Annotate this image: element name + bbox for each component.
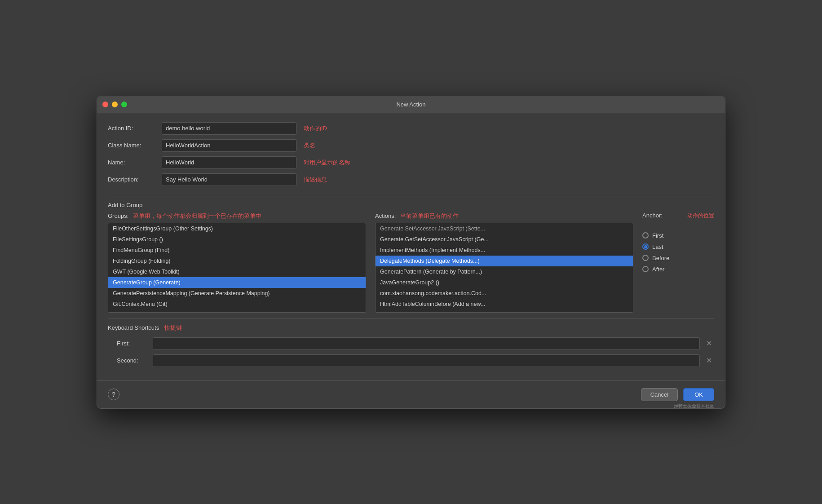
- groups-list[interactable]: FileOtherSettingsGroup (Other Settings) …: [108, 223, 366, 313]
- list-item[interactable]: FindMenuGroup (Find): [108, 245, 366, 256]
- name-input-wrap: 对用户显示的名称: [162, 156, 714, 169]
- list-item[interactable]: Generate.GetSetAccessor.JavaScript (Ge..…: [376, 234, 633, 245]
- list-item[interactable]: com.xiaohansong.codemaker.action.Cod...: [376, 288, 633, 299]
- main-window: New Action Action ID: 动作的ID Class Name: …: [97, 96, 725, 409]
- name-row: Name: 对用户显示的名称: [108, 156, 714, 169]
- second-shortcut-row: Second: ✕: [108, 354, 714, 367]
- class-name-row: Class Name: 类名: [108, 139, 714, 152]
- description-input[interactable]: [162, 173, 296, 186]
- help-icon: ?: [112, 391, 115, 398]
- second-shortcut-clear-button[interactable]: ✕: [703, 355, 714, 366]
- titlebar: New Action: [97, 96, 725, 113]
- groups-actions-anchor-row: Groups: 菜单组，每个动作都会归属到一个已存在的菜单中 FileOther…: [108, 212, 714, 313]
- groups-annotation: 菜单组，每个动作都会归属到一个已存在的菜单中: [133, 212, 261, 220]
- radio-after-circle: [642, 266, 649, 272]
- anchor-position-annotation: 动作的位置: [687, 212, 714, 220]
- titlebar-buttons: [102, 102, 127, 107]
- description-row: Description: 描述信息: [108, 173, 714, 186]
- groups-column: Groups: 菜单组，每个动作都会归属到一个已存在的菜单中 FileOther…: [108, 212, 366, 313]
- list-item[interactable]: ImplementMethods (Implement Methods...: [376, 245, 633, 256]
- help-button[interactable]: ?: [108, 389, 119, 400]
- class-name-annotation: 类名: [304, 141, 315, 150]
- list-item[interactable]: GeneratePersistenceMapping (Generate Per…: [108, 288, 366, 299]
- add-to-group-label: Add to Group: [108, 202, 714, 208]
- content-area: Action ID: 动作的ID Class Name: 类名 Name:: [97, 113, 725, 380]
- close-button[interactable]: [102, 102, 108, 107]
- name-annotation: 对用户显示的名称: [304, 159, 350, 167]
- list-item[interactable]: GeneratePattern (Generate by Pattern...): [376, 266, 633, 277]
- radio-before-circle: [642, 255, 649, 261]
- first-shortcut-clear-button[interactable]: ✕: [703, 338, 714, 349]
- groups-label: Groups:: [108, 212, 128, 219]
- description-label: Description:: [108, 176, 162, 183]
- radio-after[interactable]: After: [642, 266, 714, 273]
- footer-buttons: Cancel OK @稀土掘金技术社区: [641, 388, 714, 401]
- action-id-row: Action ID: 动作的ID: [108, 122, 714, 135]
- ok-button[interactable]: OK: [683, 388, 714, 401]
- list-item[interactable]: Git.FileHistory.ContextMenu (): [108, 309, 366, 313]
- second-shortcut-label: Second:: [117, 357, 153, 364]
- actions-label: Actions:: [375, 212, 396, 219]
- list-item[interactable]: FoldingGroup (Folding): [108, 256, 366, 266]
- keyboard-shortcuts-section: Keyboard Shortcuts 快捷键 First: ✕ Second: …: [108, 324, 714, 367]
- keyboard-annotation: 快捷键: [164, 324, 182, 332]
- keyboard-header: Keyboard Shortcuts 快捷键: [108, 324, 714, 332]
- list-item[interactable]: HtmlAddTableColumnBefore (Add a new...: [376, 299, 633, 309]
- first-shortcut-row: First: ✕: [108, 337, 714, 350]
- groups-header: Groups: 菜单组，每个动作都会归属到一个已存在的菜单中: [108, 212, 366, 220]
- actions-header: Actions: 当前菜单组已有的动作: [375, 212, 633, 220]
- minimize-button[interactable]: [112, 102, 118, 107]
- form-section: Action ID: 动作的ID Class Name: 类名 Name:: [108, 122, 714, 196]
- second-shortcut-input[interactable]: [153, 354, 700, 367]
- name-input[interactable]: [162, 156, 296, 169]
- action-id-annotation: 动作的ID: [304, 124, 327, 133]
- description-input-wrap: 描述信息: [162, 173, 714, 186]
- radio-last-circle: [642, 243, 649, 250]
- anchor-radio-group: First Last Before After: [642, 232, 714, 273]
- radio-before[interactable]: Before: [642, 255, 714, 261]
- action-id-input[interactable]: [162, 122, 296, 135]
- first-shortcut-label: First:: [117, 340, 153, 347]
- action-id-label: Action ID:: [108, 125, 162, 132]
- actions-annotation: 当前菜单组已有的动作: [400, 212, 459, 220]
- anchor-label: Anchor:: [642, 212, 663, 219]
- class-name-input[interactable]: [162, 139, 296, 152]
- radio-last-label: Last: [652, 243, 663, 250]
- list-item[interactable]: FileSettingsGroup (): [108, 234, 366, 245]
- radio-first-label: First: [652, 232, 663, 239]
- maximize-button[interactable]: [121, 102, 127, 107]
- radio-first-circle: [642, 232, 649, 239]
- anchor-column: Anchor: 动作的位置 First Last: [642, 212, 714, 273]
- watermark: @稀土掘金技术社区: [674, 403, 714, 409]
- window-title: New Action: [396, 101, 425, 108]
- radio-last[interactable]: Last: [642, 243, 714, 250]
- list-item[interactable]: Generate.SetAccessor.JavaScript (Sette..…: [376, 223, 633, 234]
- class-name-input-wrap: 类名: [162, 139, 714, 152]
- actions-column: Actions: 当前菜单组已有的动作 Generate.SetAccessor…: [375, 212, 633, 313]
- name-label: Name:: [108, 159, 162, 166]
- keyboard-title: Keyboard Shortcuts: [108, 324, 159, 331]
- radio-first[interactable]: First: [642, 232, 714, 239]
- action-id-input-wrap: 动作的ID: [162, 122, 714, 135]
- ok-button-wrap: OK @稀土掘金技术社区: [683, 388, 714, 401]
- class-name-label: Class Name:: [108, 142, 162, 149]
- list-item-selected[interactable]: GenerateGroup (Generate): [108, 277, 366, 288]
- list-item[interactable]: JavaGenerateGroup2 (): [376, 277, 633, 288]
- list-item[interactable]: FileOtherSettingsGroup (Other Settings): [108, 223, 366, 234]
- actions-list[interactable]: Generate.SetAccessor.JavaScript (Sette..…: [375, 223, 633, 313]
- list-item[interactable]: GWT (Google Web Toolkit): [108, 266, 366, 277]
- anchor-header-row: Anchor: 动作的位置: [642, 212, 714, 220]
- radio-before-label: Before: [652, 255, 669, 261]
- radio-after-label: After: [652, 266, 664, 273]
- add-to-group-section: Add to Group Groups: 菜单组，每个动作都会归属到一个已存在的…: [108, 202, 714, 313]
- first-shortcut-input[interactable]: [153, 337, 700, 350]
- divider: [108, 318, 714, 318]
- list-item[interactable]: Git.ContextMenu (Git): [108, 299, 366, 309]
- cancel-button[interactable]: Cancel: [641, 388, 678, 401]
- footer: ? Cancel OK @稀土掘金技术社区: [97, 380, 725, 408]
- description-annotation: 描述信息: [304, 176, 327, 184]
- list-item-selected[interactable]: DelegateMethods (Delegate Methods...): [376, 256, 633, 266]
